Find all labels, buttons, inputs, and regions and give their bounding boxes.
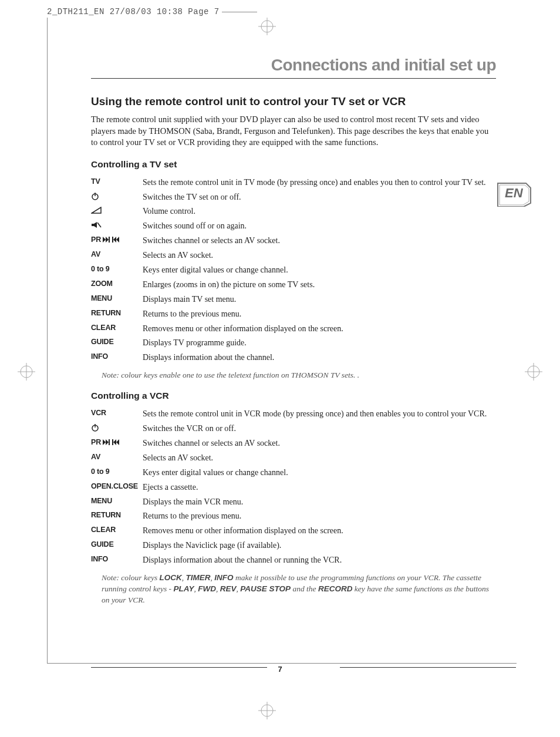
key-label: CLEAR [91,524,143,539]
vcr-subtitle: Controlling a VCR [91,391,496,401]
key-row: 0 to 9 Keys enter digital values or chan… [91,263,496,278]
tv-subtitle: Controlling a TV set [91,159,496,170]
mute-icon [91,221,102,230]
key-row: VCR Sets the remote control unit in VCR … [91,407,496,422]
key-description: Enlarges (zooms in on) the picture on so… [143,278,496,292]
svg-line-18 [97,223,101,227]
key-label: 0 to 9 [91,263,143,278]
key-row: ZOOM Enlarges (zooms in on) the picture … [91,278,496,292]
key-row: MENU Displays the main VCR menu. [91,495,496,510]
skip-icon [103,236,119,244]
key-description: Displays TV programme guide. [143,336,496,351]
key-row: RETURN Returns to the previous menu. [91,307,496,322]
key-description: Switches sound off or on again. [143,219,496,234]
key-row: INFO Displays information about the chan… [91,553,496,568]
chapter-title: Connections and initial set up [91,56,496,79]
vcr-note: Note: colour keys LOCK, TIMER, INFO make… [102,573,496,606]
svg-marker-32 [116,439,119,445]
key-label: INFO [91,351,143,365]
svg-rect-22 [112,237,113,243]
key-row: MENU Displays main TV set menu. [91,292,496,307]
key-label: GUIDE [91,539,143,553]
key-label: MENU [91,292,143,307]
key-description: Switches the TV set on or off. [143,190,496,205]
power-icon [91,423,99,433]
tv-key-table: TV Sets the remote control unit in TV mo… [91,176,496,366]
key-description: Displays information about the channel. [143,351,496,365]
key-label: GUIDE [91,336,143,351]
key-label: AV [91,451,143,466]
key-label [91,422,143,436]
footer-rule [91,667,267,668]
key-label: OPEN.CLOSE [91,480,143,495]
key-row: INFO Displays information about the chan… [91,351,496,365]
key-label: INFO [91,553,143,568]
svg-rect-30 [112,439,113,445]
key-description: Volume control. [143,204,496,219]
key-row: GUIDE Displays the Naviclick page (if av… [91,539,496,553]
key-label: PR [91,234,143,248]
key-row: Switches the VCR on or off. [91,422,496,436]
key-row: GUIDE Displays TV programme guide. [91,336,496,351]
key-row: AV Selects an AV socket. [91,248,496,263]
key-label: RETURN [91,307,143,322]
skip-icon [103,439,119,447]
key-description: Displays the Naviclick page (if availabl… [143,539,496,553]
key-row: CLEAR Removes menu or other information … [91,524,496,539]
key-label [91,204,143,219]
tv-note: Note: colour keys enable one to use the … [102,370,496,381]
svg-marker-24 [116,237,119,243]
page-number: 7 [278,665,282,674]
key-row: Volume control. [91,204,496,219]
key-description: Sets the remote control unit in TV mode … [143,176,496,190]
print-slug: 2_DTH211_EN 27/08/03 10:38 Page 7 [47,7,257,16]
key-label: AV [91,248,143,263]
svg-marker-28 [106,439,109,445]
key-label: ZOOM [91,278,143,292]
key-description: Returns to the previous menu. [143,307,496,322]
crop-mark-right-icon [525,363,542,381]
language-tab: EN [497,182,532,207]
svg-marker-20 [106,237,109,243]
key-description: Selects an AV socket. [143,451,496,466]
key-description: Switches channel or selects an AV socket… [143,234,496,248]
key-description: Displays the main VCR menu. [143,495,496,510]
svg-marker-31 [113,439,116,445]
vol-icon [91,207,102,216]
key-description: Keys enter digital values or change chan… [143,263,496,278]
key-row: RETURN Returns to the previous menu. [91,509,496,524]
key-row: PR Switches channel or selects an AV soc… [91,436,496,451]
key-description: Switches the VCR on or off. [143,422,496,436]
key-label: 0 to 9 [91,466,143,480]
key-description: Keys enter digital values or change chan… [143,466,496,480]
key-label [91,190,143,205]
svg-marker-19 [103,237,106,243]
key-label: TV [91,176,143,190]
svg-rect-21 [109,237,110,243]
section-title: Using the remote control unit to control… [91,95,496,108]
key-label: MENU [91,495,143,510]
key-description: Displays main TV set menu. [143,292,496,307]
svg-rect-29 [109,439,110,445]
key-description: Returns to the previous menu. [143,509,496,524]
key-label: VCR [91,407,143,422]
footer-rule [340,667,516,668]
key-description: Displays information about the channel o… [143,553,496,568]
key-description: Switches channel or selects an AV socket… [143,436,496,451]
key-row: TV Sets the remote control unit in TV mo… [91,176,496,190]
key-row: 0 to 9 Keys enter digital values or chan… [91,466,496,480]
crop-mark-bottom-icon [258,702,276,719]
key-description: Ejects a cassette. [143,480,496,495]
key-description: Removes menu or other information displa… [143,524,496,539]
key-row: OPEN.CLOSE Ejects a cassette. [91,480,496,495]
crop-mark-left-icon [18,363,35,381]
page-content: Connections and initial set up Using the… [91,56,496,608]
svg-marker-17 [92,222,97,228]
key-row: Switches sound off or on again. [91,219,496,234]
power-icon [91,192,99,202]
intro-paragraph: The remote control unit supplied with yo… [91,114,496,149]
key-row: PR Switches channel or selects an AV soc… [91,234,496,248]
svg-marker-23 [113,237,116,243]
key-label: PR [91,436,143,451]
svg-marker-27 [103,439,106,445]
